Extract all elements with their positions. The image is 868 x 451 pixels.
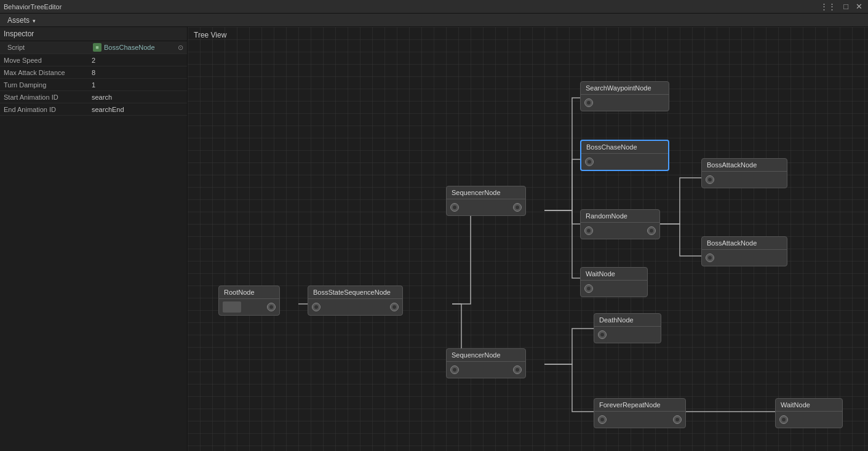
boss-state-sequence-out-port[interactable] [390,303,399,311]
wait-node-1-body [581,281,647,297]
boss-attack-node-1-title: BossAttackNode [702,159,787,172]
sequencer-node-2-title: SequencerNode [447,349,525,362]
forever-repeat-node-title: ForeverRepeatNode [594,399,685,412]
forever-repeat-node-body [594,412,685,428]
sequencer-node-1[interactable]: SequencerNode [446,186,526,216]
root-node[interactable]: RootNode [218,285,280,316]
sequencer-node-2-body [447,362,525,378]
inspector-panel: Inspector Script ■ BossChaseNode ⊙ Move … [0,27,188,451]
boss-attack-node-2-body [702,250,787,266]
movespeed-value[interactable]: 2 [89,55,187,65]
endanim-value[interactable]: searchEnd [89,105,187,114]
boss-chase-node-body [581,154,668,170]
inspector-row-endanim: End Animation ID searchEnd [0,103,187,116]
tree-view-header: Tree View [194,31,226,39]
search-waypoint-node-body [581,95,669,111]
script-name[interactable]: BossChaseNode [104,44,178,51]
startanim-value[interactable]: search [89,92,187,102]
random-node[interactable]: RandomNode [580,209,660,239]
boss-state-sequence-in-port[interactable] [312,303,321,311]
close-icon[interactable]: ✕ [854,2,864,11]
menu-bar: Assets ▾ [0,14,868,27]
boss-state-sequence-node[interactable]: BossStateSequenceNode [308,285,403,316]
maximize-icon[interactable]: □ [842,2,850,11]
boss-attack-node-1[interactable]: BossAttackNode [701,158,787,188]
sequencer-node-1-title: SequencerNode [447,186,525,199]
startanim-label: Start Animation ID [0,92,89,102]
sequencer-node-2-out-port[interactable] [513,365,522,374]
inspector-row-startanim: Start Animation ID search [0,91,187,103]
sequencer-node-2-in-port[interactable] [450,365,459,374]
boss-state-sequence-node-body [308,299,402,315]
maxattack-label: Max Attack Distance [0,68,89,78]
chevron-down-icon: ▾ [33,18,36,24]
boss-attack-2-in-port[interactable] [706,253,714,262]
inspector-row-movespeed: Move Speed 2 [0,54,187,66]
forever-repeat-in-port[interactable] [598,415,607,424]
inspector-row-maxattack: Max Attack Distance 8 [0,66,187,79]
title-bar-controls: ⋮⋮ □ ✕ [818,2,864,11]
script-icon: ■ [93,43,102,52]
wait-node-1-in-port[interactable] [584,284,593,293]
root-node-body [219,299,279,315]
boss-state-sequence-node-title: BossStateSequenceNode [308,286,402,299]
endanim-label: End Animation ID [0,105,89,114]
sequencer-node-1-in-port[interactable] [450,203,459,212]
forever-repeat-node[interactable]: ForeverRepeatNode [594,398,686,428]
wait-node-1-title: WaitNode [581,268,647,281]
death-in-port[interactable] [598,330,607,339]
tree-view-panel[interactable]: Tree View [188,27,868,451]
boss-attack-node-1-body [702,172,787,188]
assets-menu[interactable]: Assets ▾ [2,15,41,26]
search-waypoint-node-title: SearchWaypointNode [581,82,669,95]
wait-node-2-title: WaitNode [776,399,842,412]
death-node-body [594,327,661,343]
boss-chase-node[interactable]: BossChaseNode [580,140,669,171]
root-node-out-port[interactable] [267,303,276,311]
random-out-port[interactable] [647,226,656,235]
sequencer-node-2[interactable]: SequencerNode [446,348,526,378]
script-row: Script ■ BossChaseNode ⊙ [0,41,187,54]
boss-chase-in-port[interactable] [585,158,594,166]
sequencer-node-1-out-port[interactable] [513,203,522,212]
sequencer-node-1-body [447,199,525,215]
random-node-title: RandomNode [581,210,659,223]
random-node-body [581,223,659,239]
wait-node-2[interactable]: WaitNode [775,398,843,428]
script-edit-button[interactable]: ⊙ [178,44,183,52]
title-bar-title: BehaviorTreeEditor [4,3,62,10]
search-waypoint-in-port[interactable] [584,98,593,107]
movespeed-label: Move Speed [0,55,89,65]
search-waypoint-node[interactable]: SearchWaypointNode [580,81,669,111]
wait-node-1[interactable]: WaitNode [580,267,648,297]
random-in-port[interactable] [584,226,593,235]
maxattack-value[interactable]: 8 [89,68,187,78]
death-node-title: DeathNode [594,314,661,327]
inspector-header: Inspector [0,27,187,41]
boss-attack-node-2-title: BossAttackNode [702,237,787,250]
root-node-title: RootNode [219,286,279,299]
main-layout: Inspector Script ■ BossChaseNode ⊙ Move … [0,27,868,451]
boss-attack-1-in-port[interactable] [706,175,714,184]
wait-node-2-body [776,412,842,428]
turndamping-value[interactable]: 1 [89,80,187,90]
wait-node-2-in-port[interactable] [779,415,788,424]
turndamping-label: Turn Damping [0,80,89,90]
death-node[interactable]: DeathNode [594,313,661,343]
inspector-row-turndamping: Turn Damping 1 [0,79,187,91]
menu-dots-icon[interactable]: ⋮⋮ [818,2,838,11]
forever-repeat-out-port[interactable] [673,415,682,424]
title-bar: BehaviorTreeEditor ⋮⋮ □ ✕ [0,0,868,14]
script-label: Script [4,42,93,52]
boss-chase-node-title: BossChaseNode [581,141,668,154]
root-node-thumb [223,301,241,313]
boss-attack-node-2[interactable]: BossAttackNode [701,236,787,266]
